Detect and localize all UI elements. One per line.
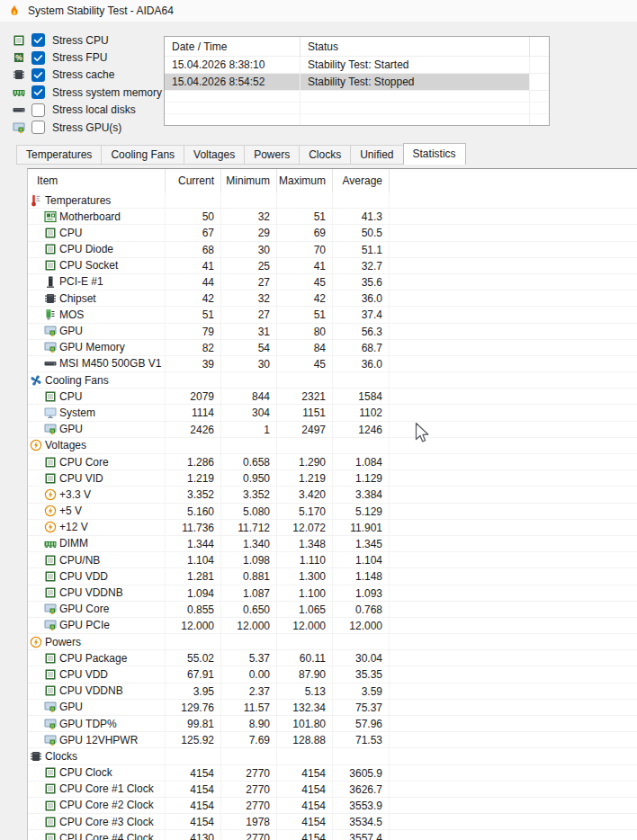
stats-section-clocks[interactable]: Clocks xyxy=(28,748,637,764)
stats-row-cpu-clock[interactable]: CPU Clock4154277041543605.9 xyxy=(28,765,637,782)
stats-row-mos[interactable]: MOS51275137.4 xyxy=(28,307,637,323)
stats-filler-cell xyxy=(389,242,637,258)
stats-row-gpu-tdp[interactable]: GPU TDP%99.818.90101.8057.96 xyxy=(28,716,637,732)
stats-item-label: DIMM xyxy=(59,536,88,552)
log-row[interactable]: 15.04.2026 8:38:10Stability Test: Starte… xyxy=(165,57,549,74)
tab-voltages[interactable]: Voltages xyxy=(184,145,245,165)
stats-row-3-3-v[interactable]: +3.3 V3.3523.3523.4203.384 xyxy=(28,487,637,503)
gpu-icon xyxy=(44,701,57,713)
stats-row-gpu[interactable]: GPU129.7611.57132.3475.37 xyxy=(28,700,637,716)
stats-row-cpu-core-1-clock[interactable]: CPU Core #1 Clock4154277041543626.7 xyxy=(28,782,637,798)
stats-value: 1.094 xyxy=(165,585,220,602)
stats-section-voltages[interactable]: Voltages xyxy=(28,438,637,454)
stats-row-cpu-core-2-clock[interactable]: CPU Core #2 Clock4154277041543553.9 xyxy=(28,798,637,814)
tab-cooling-fans[interactable]: Cooling Fans xyxy=(101,145,184,165)
stats-row-dimm[interactable]: DIMM1.3441.3401.3481.345 xyxy=(28,536,637,552)
tab-temperatures[interactable]: Temperatures xyxy=(16,145,102,165)
stats-value: 32 xyxy=(220,209,276,225)
stats-row-gpu-12vhpwr[interactable]: GPU 12VHPWR125.927.69128.8871.53 xyxy=(28,732,637,748)
stress-option-stress-local-disks[interactable]: Stress local disks xyxy=(11,102,162,119)
stats-row-gpu-core[interactable]: GPU Core0.8550.6501.0650.768 xyxy=(28,602,637,618)
cpu-icon xyxy=(44,668,57,681)
checkbox-stress-gpu-s[interactable] xyxy=(31,121,45,134)
log-column-status[interactable]: Status xyxy=(300,37,529,57)
cpu-icon xyxy=(44,259,57,272)
stats-column-maximum[interactable]: Maximum xyxy=(276,169,332,192)
checkbox-stress-cpu[interactable] xyxy=(31,33,45,47)
checkbox-stress-fpu[interactable] xyxy=(31,51,45,65)
stats-value xyxy=(220,634,276,650)
stats-value xyxy=(332,634,389,650)
stats-value: 5.170 xyxy=(276,504,332,520)
stats-row-cpu[interactable]: CPU207984423211584 xyxy=(28,389,637,405)
stats-filler-cell xyxy=(389,340,637,356)
stats-row-cpu-vdd[interactable]: CPU VDD67.910.0087.9035.35 xyxy=(28,666,637,683)
stats-column-minimum[interactable]: Minimum xyxy=(220,169,276,192)
stress-option-stress-fpu[interactable]: %Stress FPU xyxy=(11,49,162,66)
stress-option-stress-cache[interactable]: Stress cache xyxy=(11,67,162,84)
stats-row-gpu-memory[interactable]: GPU Memory82548468.7 xyxy=(28,340,637,356)
stats-row-cpu-vdd[interactable]: CPU VDD1.2810.8811.3001.148 xyxy=(28,568,637,585)
stress-option-stress-system-memory[interactable]: Stress system memory xyxy=(11,84,162,101)
stats-row-cpu-core-4-clock[interactable]: CPU Core #4 Clock4130277041543557.4 xyxy=(28,830,637,840)
stats-row-pci-e-1[interactable]: PCI-E #144274535.6 xyxy=(28,274,637,290)
stats-column-current[interactable]: Current xyxy=(165,169,220,192)
stats-row-cpu-diode[interactable]: CPU Diode68307051.1 xyxy=(28,242,637,258)
stats-value: 3.352 xyxy=(220,487,276,503)
gpu-icon xyxy=(11,120,26,135)
stats-row-cpu-nb[interactable]: CPU/NB1.1041.0981.1101.104 xyxy=(28,552,637,568)
stats-item-label: GPU xyxy=(59,422,83,438)
stats-column-item[interactable]: Item xyxy=(28,169,165,192)
stats-row-cpu-core[interactable]: CPU Core1.2860.6581.2901.084 xyxy=(28,454,637,470)
stats-value: 125.92 xyxy=(165,732,220,748)
lightning-icon xyxy=(30,439,42,451)
stats-row-system[interactable]: System111430411511102 xyxy=(28,405,637,421)
stats-section-powers[interactable]: Powers xyxy=(28,634,637,650)
stats-row-5-v[interactable]: +5 V5.1605.0805.1705.129 xyxy=(28,504,637,520)
stats-filler-cell xyxy=(389,684,637,700)
tab-powers[interactable]: Powers xyxy=(244,145,300,165)
stats-row-motherboard[interactable]: Motherboard50325141.3 xyxy=(28,209,637,225)
stats-row-12-v[interactable]: +12 V11.73611.71212.07211.901 xyxy=(28,520,637,536)
stats-value: 30.04 xyxy=(332,650,389,666)
gpu-icon xyxy=(44,718,57,730)
stats-row-cpu[interactable]: CPU67296950.5 xyxy=(28,225,637,241)
gpu-icon xyxy=(44,325,57,337)
stats-value: 1.281 xyxy=(165,568,220,585)
checkbox-stress-local-disks[interactable] xyxy=(31,103,45,117)
log-column-date-time[interactable]: Date / Time xyxy=(165,37,300,57)
stats-row-cpu-core-3-clock[interactable]: CPU Core #3 Clock4154197841543534.5 xyxy=(28,814,637,830)
cpu-icon xyxy=(44,782,57,795)
stats-row-gpu-pcie[interactable]: GPU PCIe12.00012.00012.00012.000 xyxy=(28,618,637,634)
log-row[interactable]: 15.04.2026 8:54:52Stability Test: Stoppe… xyxy=(165,74,549,91)
log-row-empty xyxy=(165,91,549,103)
stats-row-gpu[interactable]: GPU79318056.3 xyxy=(28,324,637,340)
stats-row-cpu-socket[interactable]: CPU Socket41254132.7 xyxy=(28,258,637,274)
stats-filler-cell xyxy=(389,520,637,536)
stats-row-cpu-vddnb[interactable]: CPU VDDNB1.0941.0871.1001.093 xyxy=(28,585,637,602)
stats-value xyxy=(332,192,389,209)
tab-statistics[interactable]: Statistics xyxy=(403,143,466,165)
tab-unified[interactable]: Unified xyxy=(350,145,403,165)
stats-value xyxy=(165,192,220,209)
stats-row-gpu[interactable]: GPU2426124971246 xyxy=(28,422,637,438)
cpu-icon xyxy=(44,766,57,779)
stats-row-msi-m450-500gb-v1[interactable]: MSI M450 500GB V139304536.0 xyxy=(28,356,637,372)
stats-value: 1.219 xyxy=(165,470,220,487)
stress-option-stress-cpu[interactable]: Stress CPU xyxy=(11,31,162,49)
stats-value: 1.148 xyxy=(332,568,389,585)
tab-clocks[interactable]: Clocks xyxy=(299,145,351,165)
stats-row-cpu-vddnb[interactable]: CPU VDDNB3.952.375.133.59 xyxy=(28,684,637,700)
stats-row-cpu-vid[interactable]: CPU VID1.2190.9501.2191.129 xyxy=(28,470,637,487)
stats-section-temperatures[interactable]: Temperatures xyxy=(28,192,637,209)
checkbox-stress-cache[interactable] xyxy=(31,68,45,82)
checkbox-stress-system-memory[interactable] xyxy=(31,85,45,99)
stats-value: 51 xyxy=(165,307,220,323)
stats-row-cpu-package[interactable]: CPU Package55.025.3760.1130.04 xyxy=(28,650,637,666)
stats-row-chipset[interactable]: Chipset42324236.0 xyxy=(28,290,637,307)
stats-value: 11.57 xyxy=(220,700,276,716)
stats-section-cooling-fans[interactable]: Cooling Fans xyxy=(28,372,637,389)
stats-column-average[interactable]: Average xyxy=(332,169,389,192)
stress-option-label: Stress cache xyxy=(52,68,114,81)
stress-option-stress-gpu-s[interactable]: Stress GPU(s) xyxy=(11,119,162,136)
